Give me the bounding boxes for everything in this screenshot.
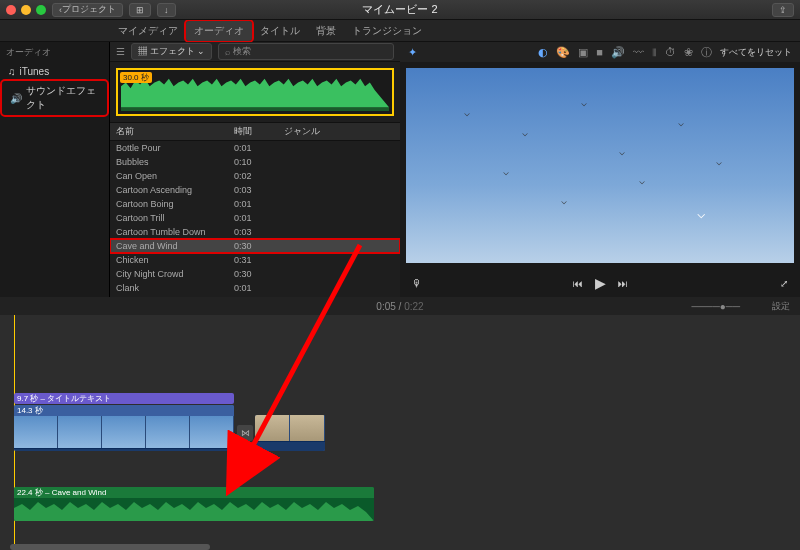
timeline-settings-button[interactable]: 設定 (772, 300, 790, 313)
zoom-slider[interactable]: ────●── (691, 301, 740, 312)
column-name[interactable]: 名前 (110, 123, 230, 140)
speaker-icon: 🔊 (10, 93, 22, 104)
table-row[interactable]: Cave and Wind0:30 (110, 239, 400, 253)
horizontal-scrollbar[interactable] (10, 544, 210, 550)
column-genre[interactable]: ジャンル (280, 123, 400, 140)
table-header: 名前 時間 ジャンル (110, 122, 400, 141)
table-row[interactable]: Can Open0:02 (110, 169, 400, 183)
timeline: 0:05 / 0:22 ────●── 設定 9.7 秒 – タイトルテキスト … (0, 297, 800, 550)
table-row[interactable]: Bottle Pour0:01 (110, 141, 400, 155)
next-button[interactable]: ⏭ (618, 278, 628, 289)
table-row[interactable]: Chicken0:31 (110, 253, 400, 267)
crop-icon[interactable]: ▣ (578, 46, 588, 59)
preview-panel: ✦ ◐ 🎨 ▣ ■ 🔊 〰 ⫴ ⏱ ❀ ⓘ すべてをリセット ⌵ ⌵ ⌵ ⌵ ⌵… (400, 42, 800, 297)
sidebar-item-itunes[interactable]: ♫ iTunes (0, 63, 109, 80)
import-button[interactable]: ⊞ (129, 3, 151, 17)
zoom-button[interactable] (36, 5, 46, 15)
table-row[interactable]: Cartoon Boing0:01 (110, 197, 400, 211)
volume-icon[interactable]: 🔊 (611, 46, 625, 59)
titlebar: ‹ プロジェクト ⊞ ↓ マイムービー 2 ⇪ (0, 0, 800, 20)
equalizer-icon[interactable]: ⫴ (652, 46, 657, 59)
table-row[interactable]: City Night Crowd0:30 (110, 267, 400, 281)
svg-rect-0 (121, 107, 389, 111)
preview-toolbar: ✦ ◐ 🎨 ▣ ■ 🔊 〰 ⫴ ⏱ ❀ ⓘ すべてをリセット (400, 42, 800, 62)
column-time[interactable]: 時間 (230, 123, 280, 140)
microphone-icon[interactable]: 🎙 (412, 278, 422, 289)
back-button[interactable]: ‹ プロジェクト (52, 3, 123, 17)
tab-titles[interactable]: タイトル (252, 21, 308, 41)
audio-table: Bottle Pour0:01Bubbles0:10Can Open0:02Ca… (110, 141, 400, 297)
info-icon[interactable]: ⓘ (701, 45, 712, 60)
window-title: マイムービー 2 (362, 2, 437, 17)
transition-icon[interactable]: ⋈ (237, 425, 253, 441)
share-button[interactable]: ⇪ (772, 3, 794, 17)
window-controls (6, 5, 46, 15)
tab-audio[interactable]: オーディオ (186, 21, 252, 41)
video-clip-2[interactable] (255, 415, 325, 451)
media-tabs: マイメディア オーディオ タイトル 背景 トランジション (0, 20, 800, 42)
video-preview[interactable]: ⌵ ⌵ ⌵ ⌵ ⌵ ⌵ ⌵ ⌵ ⌵ ⌵ (406, 68, 794, 263)
playback-controls: 🎙 ⏮ ▶ ⏭ ⤢ (400, 269, 800, 297)
playhead-time: 0:05 / 0:22 (376, 301, 423, 312)
download-button[interactable]: ↓ (157, 3, 176, 17)
video-clip-1[interactable]: 14.3 秒 (14, 405, 234, 451)
stabilize-icon[interactable]: ■ (596, 46, 603, 58)
minimize-button[interactable] (21, 5, 31, 15)
tab-transitions[interactable]: トランジション (344, 21, 430, 41)
color-balance-icon[interactable]: ◐ (538, 46, 548, 59)
noise-icon[interactable]: 〰 (633, 46, 644, 58)
table-row[interactable]: Clank0:01 (110, 281, 400, 295)
music-icon: ♫ (8, 66, 16, 77)
audio-preview-waveform[interactable]: 30.0 秒 (116, 68, 394, 116)
sidebar-header: オーディオ (0, 42, 109, 63)
prev-button[interactable]: ⏮ (573, 278, 583, 289)
fullscreen-icon[interactable]: ⤢ (780, 278, 788, 289)
filter-icon[interactable]: ❀ (684, 46, 693, 59)
table-row[interactable]: Cartoon Tumble Down0:03 (110, 225, 400, 239)
search-icon: ⌕ (225, 47, 230, 57)
tab-my-media[interactable]: マイメディア (110, 21, 186, 41)
tab-backgrounds[interactable]: 背景 (308, 21, 344, 41)
timeline-tracks[interactable]: 9.7 秒 – タイトルテキスト 14.3 秒 ⋈ 22.4 秒 – Cave … (0, 315, 800, 550)
browser-panel: ☰ ▦ エフェクト ⌄ ⌕ 検索 30.0 秒 名前 時間 ジャンル Bottl… (110, 42, 400, 297)
speed-icon[interactable]: ⏱ (665, 46, 676, 58)
duration-badge: 30.0 秒 (120, 72, 152, 83)
magic-wand-icon[interactable]: ✦ (408, 46, 417, 59)
table-row[interactable]: Cartoon Ascending0:03 (110, 183, 400, 197)
play-button[interactable]: ▶ (595, 275, 606, 291)
effects-filter-dropdown[interactable]: ▦ エフェクト ⌄ (131, 43, 212, 60)
color-correction-icon[interactable]: 🎨 (556, 46, 570, 59)
timeline-info-bar: 0:05 / 0:22 ────●── 設定 (0, 297, 800, 315)
audio-sidebar: オーディオ ♫ iTunes 🔊 サウンドエフェクト (0, 42, 110, 297)
title-clip[interactable]: 9.7 秒 – タイトルテキスト (14, 393, 234, 404)
table-row[interactable]: Bubbles0:10 (110, 155, 400, 169)
list-view-icon[interactable]: ☰ (116, 46, 125, 57)
audio-clip[interactable]: 22.4 秒 – Cave and Wind (14, 487, 374, 521)
table-row[interactable]: Cartoon Trill0:01 (110, 211, 400, 225)
close-button[interactable] (6, 5, 16, 15)
search-input[interactable]: ⌕ 検索 (218, 43, 394, 60)
reset-all-button[interactable]: すべてをリセット (720, 46, 792, 59)
sidebar-item-sound-effects[interactable]: 🔊 サウンドエフェクト (2, 81, 107, 115)
